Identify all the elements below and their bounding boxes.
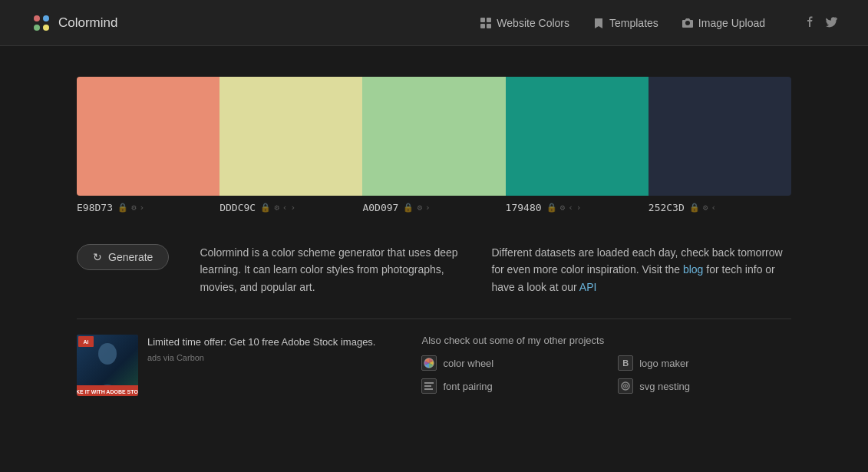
prev-icon-1[interactable]: ‹ — [282, 203, 288, 213]
color-wheel-svg — [424, 358, 434, 368]
twitter-icon[interactable] — [825, 15, 837, 31]
svg-nesting-icon — [618, 378, 633, 394]
svg-rect-16 — [424, 385, 431, 387]
project-font-pairing[interactable]: font pairing — [421, 378, 595, 394]
bookmark-icon — [592, 17, 605, 29]
adjust-icon-4[interactable]: ⚙ — [703, 203, 708, 213]
font-pairing-svg — [424, 381, 434, 391]
swatch-label-3: 179480 🔒 ⚙ ‹ › — [506, 202, 649, 213]
logo-area: Colormind — [31, 12, 117, 34]
swatch-0[interactable] — [77, 77, 219, 196]
ad-image-svg: MAKE IT WITH ADOBE STOCK. Ai — [77, 335, 138, 396]
nav-templates[interactable]: Templates — [592, 17, 658, 29]
hex-0: E98D73 — [77, 202, 113, 213]
nav-templates-label: Templates — [609, 17, 658, 29]
hex-3: 179480 — [506, 202, 542, 213]
hex-4: 252C3D — [649, 202, 685, 213]
header: Colormind Website Colors Templates Image… — [0, 0, 868, 46]
nav-image-upload[interactable]: Image Upload — [682, 17, 765, 29]
facebook-icon[interactable] — [804, 15, 816, 31]
logo-text: Colormind — [58, 15, 117, 31]
logo-maker-icon: B — [618, 355, 633, 371]
other-projects: Also check out some of my other projects… — [421, 335, 791, 396]
logo-icon — [31, 12, 52, 34]
font-pairing-icon — [421, 378, 437, 394]
svg-point-3 — [43, 25, 49, 31]
project-font-pairing-label: font pairing — [443, 381, 492, 392]
arrow-icon-2[interactable]: › — [425, 203, 431, 213]
project-svg-nesting-label: svg nesting — [639, 381, 690, 392]
ad-block: MAKE IT WITH ADOBE STOCK. Ai Limited tim… — [77, 335, 375, 396]
social-icons — [804, 15, 837, 31]
hex-1: DDDC9C — [219, 202, 256, 213]
svg-point-9 — [98, 343, 117, 365]
swatch-label-1: DDDC9C 🔒 ⚙ ‹ › — [219, 202, 362, 213]
swatch-icons-0: 🔒 ⚙ › — [117, 203, 144, 213]
lock-icon-4[interactable]: 🔒 — [689, 203, 700, 213]
generate-button[interactable]: ↻ Generate — [77, 244, 169, 270]
svg-rect-15 — [424, 382, 434, 384]
footer-area: MAKE IT WITH ADOBE STOCK. Ai Limited tim… — [0, 335, 868, 419]
swatch-icons-4: 🔒 ⚙ ‹ — [689, 203, 716, 213]
palette-labels: E98D73 🔒 ⚙ › DDDC9C 🔒 ⚙ ‹ › A0D097 🔒 ⚙ › — [77, 196, 791, 229]
lock-icon-3[interactable]: 🔒 — [546, 203, 557, 213]
main-divider — [77, 319, 791, 319]
generate-section: ↻ Generate Colormind is a color scheme g… — [77, 244, 791, 295]
ad-title: Limited time offer: Get 10 free Adobe St… — [147, 335, 375, 350]
main-nav: Website Colors Templates Image Upload — [480, 15, 837, 31]
adjust-icon-3[interactable]: ⚙ — [560, 203, 566, 213]
grid-icon — [480, 17, 492, 29]
svg-text:Ai: Ai — [84, 339, 89, 345]
swatch-4[interactable] — [649, 77, 791, 196]
prev-icon-4[interactable]: ‹ — [711, 203, 716, 213]
description-right: Different datasets are loaded each day, … — [491, 244, 783, 295]
project-color-wheel[interactable]: color wheel — [421, 355, 595, 371]
nav-website-colors-label: Website Colors — [497, 17, 569, 29]
svg-point-2 — [34, 25, 40, 31]
svg-point-0 — [34, 15, 40, 21]
lock-icon-0[interactable]: 🔒 — [117, 203, 128, 213]
lock-icon-2[interactable]: 🔒 — [403, 203, 414, 213]
svg-rect-7 — [487, 24, 491, 28]
swatch-2[interactable] — [362, 77, 505, 196]
other-projects-title: Also check out some of my other projects — [421, 335, 791, 346]
swatch-icons-1: 🔒 ⚙ ‹ › — [260, 203, 295, 213]
prev-icon-3[interactable]: ‹ — [568, 203, 573, 213]
arrow-icon-1[interactable]: › — [290, 203, 295, 213]
nav-website-colors[interactable]: Website Colors — [480, 17, 569, 29]
lock-icon-1[interactable]: 🔒 — [260, 203, 271, 213]
svg-point-1 — [43, 15, 49, 21]
api-link[interactable]: API — [579, 281, 597, 293]
main-content: E98D73 🔒 ⚙ › DDDC9C 🔒 ⚙ ‹ › A0D097 🔒 ⚙ › — [0, 46, 868, 295]
svg-rect-6 — [480, 24, 485, 28]
logo-maker-letter: B — [622, 358, 629, 368]
projects-grid: color wheel B logo maker font pairing — [421, 355, 791, 394]
swatch-icons-2: 🔒 ⚙ › — [403, 203, 430, 213]
hex-2: A0D097 — [362, 202, 398, 213]
color-wheel-icon — [421, 355, 437, 371]
project-logo-maker-label: logo maker — [639, 358, 688, 369]
swatch-icons-3: 🔒 ⚙ ‹ › — [546, 203, 582, 213]
arrow-icon-0[interactable]: › — [140, 203, 145, 213]
svg-rect-4 — [480, 18, 485, 22]
adjust-icon-0[interactable]: ⚙ — [131, 203, 137, 213]
ad-via: ads via Carbon — [147, 353, 375, 362]
project-color-wheel-label: color wheel — [443, 358, 493, 369]
adjust-icon-1[interactable]: ⚙ — [274, 203, 279, 213]
svg-rect-17 — [424, 388, 433, 390]
project-logo-maker[interactable]: B logo maker — [618, 355, 791, 371]
swatch-label-0: E98D73 🔒 ⚙ › — [77, 202, 219, 213]
arrow-icon-3[interactable]: › — [576, 203, 582, 213]
palette-container — [77, 77, 791, 196]
adjust-icon-2[interactable]: ⚙ — [417, 203, 422, 213]
generate-label: Generate — [108, 251, 153, 263]
svg-point-20 — [625, 385, 626, 387]
ad-image[interactable]: MAKE IT WITH ADOBE STOCK. Ai — [77, 335, 138, 396]
description-left: Colormind is a color scheme generator th… — [200, 244, 460, 295]
project-svg-nesting[interactable]: svg nesting — [618, 378, 791, 394]
swatch-1[interactable] — [219, 77, 362, 196]
svg-nesting-svg — [620, 381, 631, 391]
blog-link[interactable]: blog — [683, 263, 703, 276]
swatch-3[interactable] — [506, 77, 649, 196]
swatch-label-2: A0D097 🔒 ⚙ › — [362, 202, 505, 213]
